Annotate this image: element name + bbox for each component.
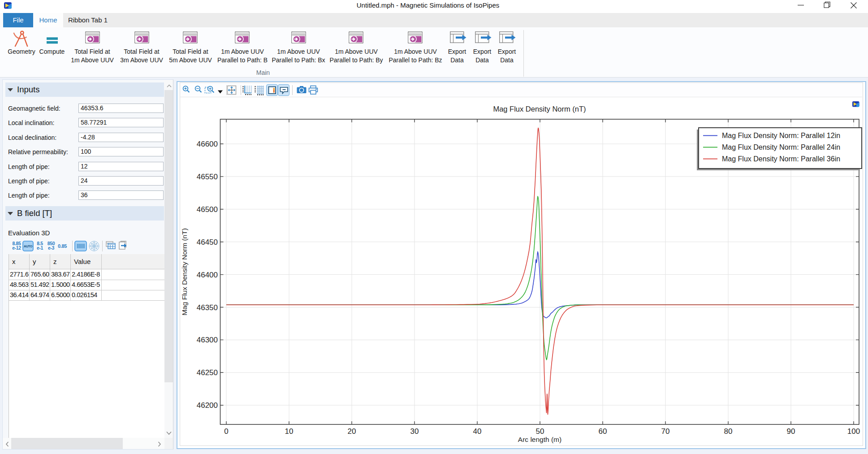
svg-text:46500: 46500 bbox=[197, 205, 218, 214]
svg-text:46450: 46450 bbox=[197, 238, 218, 246]
svg-text:e-1: e-1 bbox=[37, 245, 43, 251]
svg-text:e-12: e-12 bbox=[12, 245, 21, 251]
svg-text:46300: 46300 bbox=[197, 336, 218, 344]
svg-text:46250: 46250 bbox=[197, 368, 218, 377]
svg-text:e-3: e-3 bbox=[48, 245, 55, 251]
svg-text:Arc length (m): Arc length (m) bbox=[518, 436, 561, 443]
svg-text:10: 10 bbox=[285, 427, 294, 436]
svg-text:30: 30 bbox=[410, 427, 419, 436]
svg-text:46550: 46550 bbox=[197, 173, 218, 181]
svg-text:Mag Flux Density Norm: Paralle: Mag Flux Density Norm: Parallel 24in bbox=[722, 143, 840, 151]
svg-text:70: 70 bbox=[661, 427, 670, 436]
svg-text:46600: 46600 bbox=[197, 140, 218, 148]
svg-text:0.85: 0.85 bbox=[58, 243, 67, 249]
svg-text:Mag Flux Density Norm: Paralle: Mag Flux Density Norm: Parallel 12in bbox=[722, 132, 840, 139]
svg-text:60: 60 bbox=[599, 427, 607, 436]
svg-text:0: 0 bbox=[224, 427, 228, 436]
svg-text:20: 20 bbox=[348, 427, 356, 436]
svg-text:46350: 46350 bbox=[197, 303, 218, 312]
svg-text:50: 50 bbox=[536, 427, 544, 436]
svg-text:90: 90 bbox=[787, 427, 795, 436]
svg-text:Mag Flux Density Norm (nT): Mag Flux Density Norm (nT) bbox=[493, 105, 586, 113]
svg-text:Mag Flux Density Norm (nT): Mag Flux Density Norm (nT) bbox=[181, 228, 188, 316]
svg-text:Mag Flux Density Norm: Paralle: Mag Flux Density Norm: Parallel 36in bbox=[722, 155, 840, 163]
svg-text:40: 40 bbox=[473, 427, 482, 436]
svg-text:46200: 46200 bbox=[197, 401, 218, 410]
svg-text:100: 100 bbox=[847, 427, 860, 436]
svg-text:80: 80 bbox=[724, 427, 733, 436]
svg-text:AUTO: AUTO bbox=[24, 244, 33, 248]
svg-text:46400: 46400 bbox=[197, 271, 218, 279]
